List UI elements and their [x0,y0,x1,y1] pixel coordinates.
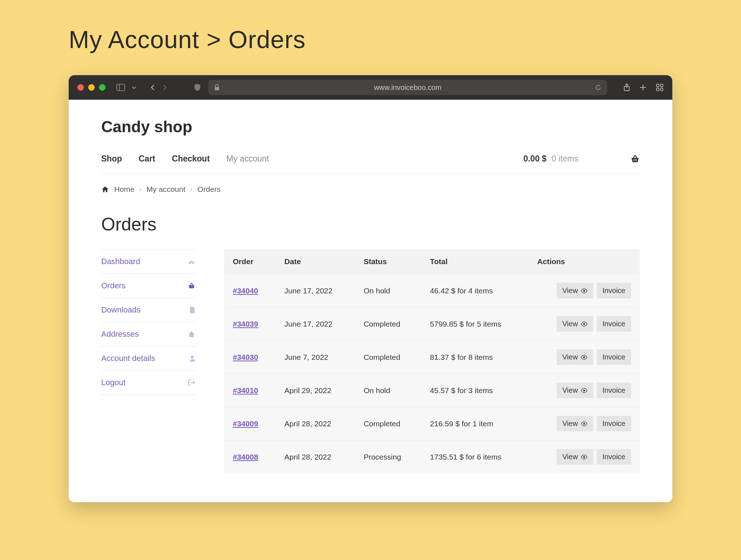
sidebar-item-orders[interactable]: Orders [101,273,195,298]
order-total: 1735.51 $ for 6 items [421,440,529,474]
close-window-button[interactable] [77,84,84,91]
order-link[interactable]: #34040 [233,287,258,295]
nav-checkout[interactable]: Checkout [172,154,210,164]
sidebar-item-label: Dashboard [101,257,140,266]
reload-icon[interactable] [595,84,601,91]
sidebar-item-label: Downloads [101,305,141,315]
view-button[interactable]: View [557,283,593,298]
shield-icon[interactable] [194,83,201,91]
order-date: April 28, 2022 [276,407,355,440]
back-icon[interactable] [150,84,155,91]
home-icon [188,331,195,337]
svg-rect-0 [117,84,125,91]
svg-point-16 [191,356,194,358]
svg-rect-9 [656,88,659,91]
share-icon[interactable] [623,83,630,92]
titlebar: www.invoiceboo.com [69,75,672,100]
maximize-window-button[interactable] [99,84,106,91]
tabs-grid-icon[interactable] [656,83,664,91]
eye-icon [581,455,587,460]
breadcrumb: Home › My account › Orders [101,173,640,205]
order-total: 46.42 $ for 4 items [421,274,529,307]
table-row: #34009April 28, 2022Completed216.59 $ fo… [224,407,640,440]
order-link[interactable]: #34039 [233,320,258,328]
th-status: Status [355,249,421,274]
outer-title: My Account > Orders [69,25,672,53]
sidebar-item-logout[interactable]: Logout [101,370,195,395]
home-icon[interactable] [101,186,109,193]
breadcrumb-my-account[interactable]: My account [146,185,185,194]
svg-point-18 [583,290,585,292]
order-link[interactable]: #34009 [233,419,258,428]
breadcrumb-orders: Orders [197,185,220,194]
order-date: June 17, 2022 [276,274,355,307]
sidebar-item-dashboard[interactable]: Dashboard [101,249,195,273]
svg-rect-8 [660,84,663,87]
order-date: April 29, 2022 [276,374,355,407]
order-link[interactable]: #34008 [233,453,258,461]
view-button[interactable]: View [557,416,593,431]
breadcrumb-home[interactable]: Home [114,185,134,194]
dashboard-icon [188,259,195,264]
svg-rect-10 [660,88,663,91]
chevron-down-icon[interactable] [132,86,137,89]
user-icon [189,355,195,362]
svg-point-22 [583,423,585,425]
logout-icon [188,379,195,386]
svg-point-19 [583,323,585,325]
nav-my-account[interactable]: My account [226,154,269,164]
order-total: 81.37 $ for 8 items [421,341,529,374]
view-button[interactable]: View [557,449,593,465]
page-title: Orders [101,214,640,235]
invoice-button[interactable]: Invoice [597,383,631,398]
eye-icon [581,421,587,426]
order-link[interactable]: #34010 [233,386,258,395]
lock-icon [214,84,220,91]
invoice-button[interactable]: Invoice [597,416,631,431]
chevron-right-icon: › [140,186,141,193]
url-bar: www.invoiceboo.com [194,80,607,95]
view-button[interactable]: View [557,383,593,398]
new-tab-icon[interactable] [639,83,647,91]
table-row: #34039June 17, 2022Completed5799.85 $ fo… [224,307,640,341]
svg-point-21 [583,389,585,391]
url-input[interactable]: www.invoiceboo.com [208,80,607,95]
order-date: April 28, 2022 [276,440,355,474]
sidebar-item-downloads[interactable]: Downloads [101,298,195,322]
cart-amount: 0.00 $ [523,154,547,164]
order-status: Completed [355,407,421,440]
svg-rect-2 [215,87,219,90]
invoice-button[interactable]: Invoice [597,283,631,298]
sidebar-toggle-icon[interactable] [116,84,125,91]
table-row: #34040June 17, 2022On hold46.42 $ for 4 … [224,274,640,307]
view-button[interactable]: View [557,349,593,365]
table-row: #34008April 28, 2022Processing1735.51 $ … [224,440,640,474]
nav-cart[interactable]: Cart [139,154,155,164]
minimize-window-button[interactable] [88,84,95,91]
sidebar-item-label: Account details [101,354,155,363]
account-sidebar: Dashboard Orders Downloads Addresses Acc… [101,249,195,473]
site-title: Candy shop [101,118,640,136]
table-row: #34030June 7, 2022Completed81.37 $ for 8… [224,341,640,374]
nav-shop[interactable]: Shop [101,154,122,164]
sidebar-item-account-details[interactable]: Account details [101,346,195,370]
order-total: 45.57 $ for 3 items [421,374,529,407]
order-status: Completed [355,341,421,374]
invoice-button[interactable]: Invoice [597,349,631,365]
eye-icon [581,388,587,393]
order-link[interactable]: #34030 [233,353,258,361]
url-text: www.invoiceboo.com [374,83,442,92]
orders-table: Order Date Status Total Actions #34040Ju… [224,249,640,473]
view-button[interactable]: View [557,316,593,332]
cart-widget[interactable]: 0.00 $ 0 items [523,154,640,164]
basket-icon [188,283,195,289]
table-row: #34010April 29, 2022On hold45.57 $ for 3… [224,374,640,407]
orders-table-container: Order Date Status Total Actions #34040Ju… [224,249,640,473]
invoice-button[interactable]: Invoice [597,316,631,332]
sidebar-item-addresses[interactable]: Addresses [101,322,195,346]
order-date: June 17, 2022 [276,307,355,341]
cart-items: 0 items [552,154,578,164]
forward-icon[interactable] [162,84,167,91]
invoice-button[interactable]: Invoice [597,449,631,465]
eye-icon [581,355,587,360]
